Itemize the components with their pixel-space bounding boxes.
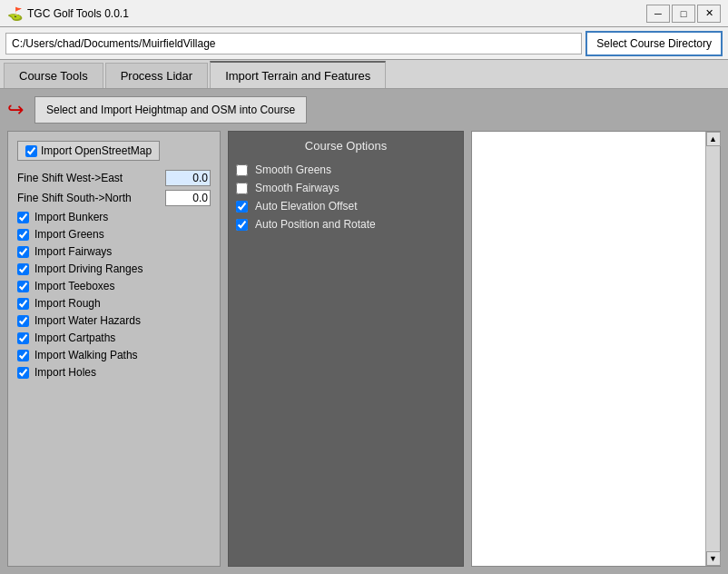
- smooth-greens-checkbox[interactable]: [236, 164, 248, 176]
- minimize-button[interactable]: ─: [646, 5, 670, 23]
- app-title: TGC Golf Tools 0.0.1: [27, 7, 129, 20]
- left-checkboxes: Import BunkersImport GreensImport Fairwa…: [17, 210, 211, 380]
- close-button[interactable]: ✕: [697, 5, 721, 23]
- auto-elevation-offset-checkbox[interactable]: [236, 201, 248, 213]
- import-greens-label: Import Greens: [34, 228, 104, 241]
- maximize-button[interactable]: □: [672, 5, 695, 23]
- scroll-track[interactable]: [707, 146, 720, 551]
- tab-import-terrain[interactable]: Import Terrain and Features: [210, 61, 386, 88]
- fine-shift-we-row: Fine Shift West->East: [17, 170, 211, 186]
- import-teeboxes-checkbox[interactable]: [17, 281, 29, 292]
- fine-shift-sn-label: Fine Shift South->North: [17, 192, 132, 204]
- checkbox-row-import-driving-ranges: Import Driving Ranges: [17, 262, 211, 276]
- smooth-fairways-label: Smooth Fairways: [255, 182, 339, 194]
- fine-shift-sn-input[interactable]: [165, 190, 211, 206]
- course-options-list: Smooth GreensSmooth FairwaysAuto Elevati…: [236, 163, 456, 231]
- option-row-smooth-fairways: Smooth Fairways: [236, 182, 456, 194]
- course-options-box: Course Options Smooth GreensSmooth Fairw…: [228, 131, 464, 567]
- path-display: C:/Users/chad/Documents/MuirfieldVillage: [5, 33, 582, 54]
- import-button-row: ↪ Select and Import Heightmap and OSM in…: [7, 96, 721, 124]
- checkbox-row-import-cartpaths: Import Cartpaths: [17, 331, 211, 345]
- auto-elevation-offset-label: Auto Elevation Offset: [255, 200, 358, 213]
- panels: Import OpenStreetMap Fine Shift West->Ea…: [7, 131, 721, 567]
- import-osm-checkbox[interactable]: [25, 145, 37, 157]
- address-bar: C:/Users/chad/Documents/MuirfieldVillage…: [0, 27, 728, 60]
- import-teeboxes-label: Import Teeboxes: [34, 280, 115, 292]
- import-cartpaths-label: Import Cartpaths: [34, 332, 115, 344]
- option-row-auto-elevation-offset: Auto Elevation Offset: [236, 200, 456, 213]
- scroll-up-button[interactable]: ▲: [706, 132, 721, 146]
- course-options-title: Course Options: [236, 139, 456, 153]
- import-holes-label: Import Holes: [34, 366, 96, 379]
- vertical-scrollbar[interactable]: ▲ ▼: [705, 132, 720, 566]
- tab-bar: Course Tools Process Lidar Import Terrai…: [0, 60, 728, 89]
- left-panel: Import OpenStreetMap Fine Shift West->Ea…: [7, 131, 221, 567]
- checkbox-row-import-water-hazards: Import Water Hazards: [17, 313, 211, 328]
- checkbox-row-import-fairways: Import Fairways: [17, 244, 211, 259]
- import-driving-ranges-checkbox[interactable]: [17, 263, 29, 275]
- smooth-greens-label: Smooth Greens: [255, 163, 331, 176]
- main-content: ↪ Select and Import Heightmap and OSM in…: [0, 89, 728, 574]
- checkbox-row-import-walking-paths: Import Walking Paths: [17, 348, 211, 362]
- import-osm-label: Import OpenStreetMap: [41, 144, 152, 157]
- osm-row: Import OpenStreetMap: [17, 141, 211, 161]
- window-controls: ─ □ ✕: [646, 5, 721, 23]
- fine-shift-we-input[interactable]: [165, 170, 211, 186]
- auto-position-rotate-label: Auto Position and Rotate: [255, 218, 376, 231]
- arrow-icon: ↪: [7, 98, 24, 122]
- app-icon: ⛳: [7, 6, 22, 21]
- option-row-smooth-greens: Smooth Greens: [236, 163, 456, 176]
- import-bunkers-checkbox[interactable]: [17, 212, 29, 223]
- import-walking-paths-label: Import Walking Paths: [34, 349, 138, 361]
- import-rough-checkbox[interactable]: [17, 298, 29, 310]
- import-greens-checkbox[interactable]: [17, 229, 29, 241]
- import-osm-toggle[interactable]: Import OpenStreetMap: [17, 141, 160, 161]
- import-rough-label: Import Rough: [34, 297, 101, 310]
- import-fairways-label: Import Fairways: [34, 245, 112, 258]
- checkbox-row-import-holes: Import Holes: [17, 365, 211, 380]
- import-fairways-checkbox[interactable]: [17, 246, 29, 258]
- right-panel: Course Options Smooth GreensSmooth Fairw…: [228, 131, 721, 567]
- auto-position-rotate-checkbox[interactable]: [236, 219, 248, 231]
- import-driving-ranges-label: Import Driving Ranges: [34, 262, 143, 275]
- checkbox-row-import-rough: Import Rough: [17, 296, 211, 311]
- fine-shift-we-label: Fine Shift West->East: [17, 172, 123, 184]
- import-bunkers-label: Import Bunkers: [34, 211, 108, 223]
- import-water-hazards-label: Import Water Hazards: [34, 314, 141, 327]
- import-cartpaths-checkbox[interactable]: [17, 332, 29, 344]
- tab-process-lidar[interactable]: Process Lidar: [105, 63, 208, 88]
- tab-course-tools[interactable]: Course Tools: [4, 63, 103, 88]
- scroll-down-button[interactable]: ▼: [706, 551, 721, 566]
- smooth-fairways-checkbox[interactable]: [236, 183, 248, 194]
- checkbox-row-import-greens: Import Greens: [17, 227, 211, 242]
- checkbox-row-import-bunkers: Import Bunkers: [17, 210, 211, 224]
- output-box: ▲ ▼: [471, 131, 721, 567]
- import-water-hazards-checkbox[interactable]: [17, 315, 29, 327]
- select-course-button[interactable]: Select Course Directory: [585, 31, 723, 56]
- title-bar: ⛳ TGC Golf Tools 0.0.1 ─ □ ✕: [0, 0, 728, 27]
- option-row-auto-position-rotate: Auto Position and Rotate: [236, 218, 456, 231]
- checkbox-row-import-teeboxes: Import Teeboxes: [17, 279, 211, 293]
- import-walking-paths-checkbox[interactable]: [17, 350, 29, 361]
- import-holes-checkbox[interactable]: [17, 367, 29, 379]
- fine-shift-sn-row: Fine Shift South->North: [17, 190, 211, 206]
- import-heightmap-button[interactable]: Select and Import Heightmap and OSM into…: [34, 96, 307, 124]
